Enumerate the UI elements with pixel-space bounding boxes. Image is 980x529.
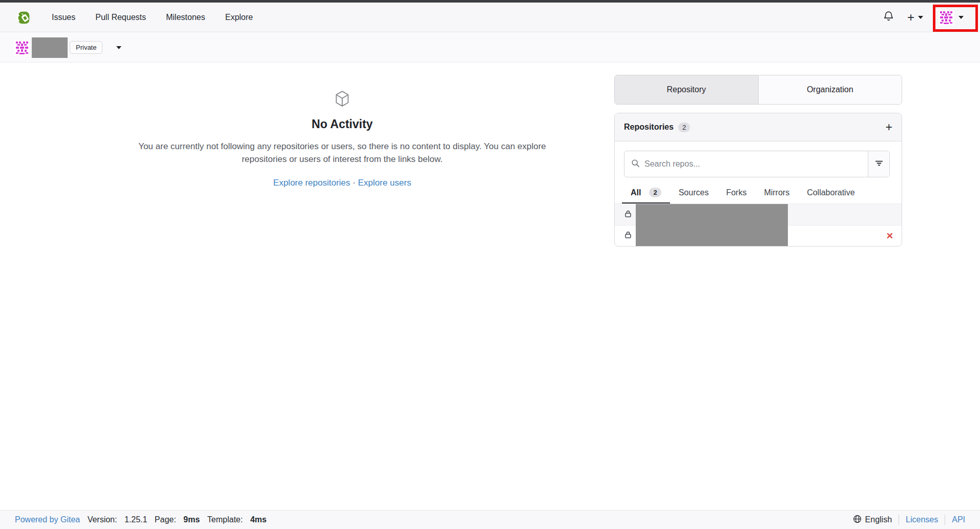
filter-tab-all[interactable]: All 2 [622,185,670,204]
primary-nav: Issues Pull Requests Milestones Explore [52,13,253,22]
repo-filter-button[interactable] [868,151,889,177]
nav-link-pull-requests[interactable]: Pull Requests [95,13,146,22]
language-selector[interactable]: English [853,515,892,525]
search-repos-input[interactable] [644,159,861,169]
add-repository-button[interactable]: + [886,121,892,133]
private-badge: Private [70,41,102,54]
search-icon [631,159,640,170]
language-label: English [865,515,892,524]
filter-tab-forks[interactable]: Forks [717,185,755,204]
navbar-right: + [883,10,966,25]
repositories-panel: Repositories 2 + [614,113,902,247]
empty-state-message: You are currently not following any repo… [118,140,567,166]
remove-repo-icon[interactable]: ✕ [886,231,893,241]
filter-all-count-badge: 2 [649,188,661,197]
filter-tab-sources[interactable]: Sources [670,185,718,204]
package-cube-icon [335,90,350,109]
globe-icon [853,515,862,525]
nav-link-issues[interactable]: Issues [52,13,75,22]
user-avatar-menu[interactable] [936,10,966,25]
footer-divider [945,515,945,525]
template-time: 4ms [250,515,266,524]
explore-users-link[interactable]: Explore users [358,178,411,188]
licenses-link[interactable]: Licenses [906,515,938,524]
empty-state-title: No Activity [118,117,567,131]
footer-divider [899,515,899,525]
filter-tab-collaborative[interactable]: Collaborative [798,185,863,204]
context-user-avatar [14,40,30,55]
lock-icon [624,210,632,220]
dashboard-sidebar: Repository Organization Repositories 2 + [614,75,902,247]
template-label: Template: [207,515,243,524]
user-context-bar: Private [0,33,980,63]
filter-tab-mirrors[interactable]: Mirrors [755,185,798,204]
repo-search-field [624,151,868,177]
username-redacted [32,37,68,58]
create-new-dropdown[interactable]: + [907,11,923,24]
explore-repositories-link[interactable]: Explore repositories [273,178,350,188]
page-footer: Powered by Gitea Version: 1.25.1 Page: 9… [0,510,980,529]
empty-state-links: Explore repositories · Explore users [118,178,567,188]
repo-search-group [624,151,890,177]
repo-list: ✕ [615,204,902,246]
repositories-count-badge: 2 [678,123,690,132]
api-link[interactable]: API [952,515,965,524]
filter-lines-icon [874,158,884,170]
plus-icon: + [907,11,914,24]
chevron-down-icon [918,16,923,19]
version-value: 1.25.1 [124,515,147,524]
context-switcher-caret[interactable] [116,46,121,49]
repo-filter-tabs: All 2 Sources Forks Mirrors Collaborativ… [622,185,902,204]
gitea-logo-icon[interactable] [14,8,33,27]
notifications-button[interactable] [883,11,894,24]
nav-link-milestones[interactable]: Milestones [166,13,205,22]
tab-organization[interactable]: Organization [758,75,902,104]
main-navbar: Issues Pull Requests Milestones Explore … [0,3,980,32]
link-separator: · [352,178,356,188]
tab-repository[interactable]: Repository [615,75,758,104]
footer-links: English Licenses API [853,515,965,525]
repositories-panel-header: Repositories 2 + [615,113,902,141]
no-activity-empty-state: No Activity You are currently not follow… [118,90,567,188]
repo-names-redacted [636,204,788,246]
chevron-down-icon [958,16,964,19]
lock-icon [624,231,632,241]
page-label: Page: [155,515,176,524]
repositories-title: Repositories [624,123,674,132]
powered-by-gitea-link[interactable]: Powered by Gitea [15,515,80,524]
footer-meta: Powered by Gitea Version: 1.25.1 Page: 9… [15,515,266,524]
sidebar-tab-switcher: Repository Organization [614,75,902,105]
page-time: 9ms [183,515,200,524]
bell-icon [883,11,894,24]
nav-link-explore[interactable]: Explore [225,13,253,22]
filter-tab-all-label: All [631,188,641,197]
version-label: Version: [88,515,117,524]
user-avatar [939,10,954,25]
